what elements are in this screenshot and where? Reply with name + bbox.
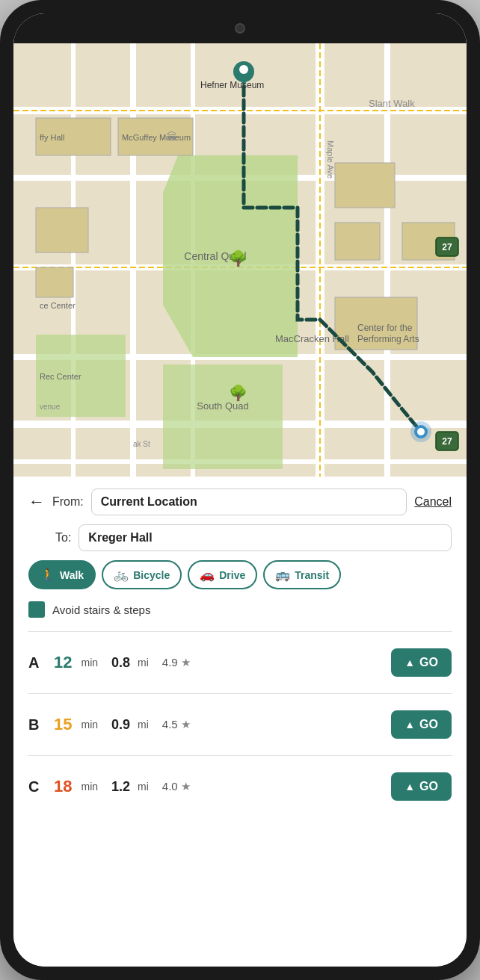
bicycle-label: Bicycle xyxy=(133,569,170,581)
route-b-go-button[interactable]: ▲ GO xyxy=(391,710,452,739)
transit-label: Transit xyxy=(295,569,329,581)
svg-rect-24 xyxy=(36,208,88,252)
svg-text:Rec Center: Rec Center xyxy=(40,372,81,381)
avoid-row: Avoid stairs & steps xyxy=(28,598,452,621)
svg-text:Maple Ave: Maple Ave xyxy=(326,140,335,179)
svg-rect-21 xyxy=(335,163,395,208)
svg-rect-22 xyxy=(335,223,380,260)
camera-notch xyxy=(235,23,245,34)
route-a-row: A 12 min 0.8 mi 4.9 ★ ▲ GO xyxy=(28,642,452,683)
to-input[interactable] xyxy=(79,524,452,551)
svg-text:ak St: ak St xyxy=(133,440,150,448)
route-a-time: 12 xyxy=(54,653,72,672)
mode-transit-button[interactable]: 🚌 Transit xyxy=(263,560,341,589)
avoid-label: Avoid stairs & steps xyxy=(52,604,150,616)
svg-text:South Quad: South Quad xyxy=(197,400,248,412)
drive-icon: 🚗 xyxy=(200,568,215,582)
svg-point-45 xyxy=(417,428,425,435)
route-c-go-button[interactable]: ▲ GO xyxy=(391,772,452,801)
walk-icon: 🚶 xyxy=(40,568,55,582)
from-label: From: xyxy=(52,495,84,509)
map-svg: Slant Walk Maple Ave Central Quad South … xyxy=(13,43,467,477)
svg-text:McGuffey Museum: McGuffey Museum xyxy=(122,133,191,142)
svg-text:Slant Walk: Slant Walk xyxy=(369,98,415,109)
checkmark-icon xyxy=(31,604,42,615)
mode-bicycle-button[interactable]: 🚲 Bicycle xyxy=(102,560,182,589)
svg-text:Center for the: Center for the xyxy=(357,323,413,333)
back-button[interactable]: ← xyxy=(28,492,45,512)
route-b-dist-unit: mi xyxy=(138,719,149,731)
route-c-time-unit: min xyxy=(81,781,98,793)
route-b-dist: 0.9 xyxy=(111,717,130,733)
route-c-time: 18 xyxy=(54,777,72,796)
status-bar xyxy=(13,13,467,43)
divider-2 xyxy=(28,693,452,694)
route-a-dist-unit: mi xyxy=(138,657,149,669)
svg-rect-16 xyxy=(163,365,283,469)
route-b-row: B 15 min 0.9 mi 4.5 ★ ▲ GO xyxy=(28,704,452,745)
svg-text:🌳: 🌳 xyxy=(229,384,247,402)
route-c-rating: 4.0 ★ xyxy=(162,780,191,793)
route-c-letter: C xyxy=(28,778,46,796)
route-a-time-unit: min xyxy=(81,657,98,669)
divider-1 xyxy=(28,631,452,632)
mode-walk-button[interactable]: 🚶 Walk xyxy=(28,560,96,589)
svg-text:27: 27 xyxy=(442,242,452,252)
map-area: Slant Walk Maple Ave Central Quad South … xyxy=(13,43,467,477)
svg-text:🌳: 🌳 xyxy=(229,249,247,267)
svg-text:ffy Hall: ffy Hall xyxy=(40,133,64,142)
route-b-time-unit: min xyxy=(81,719,98,731)
route-c-dist-unit: mi xyxy=(138,781,149,793)
walk-label: Walk xyxy=(60,569,84,581)
to-row: To: xyxy=(28,524,452,551)
route-a-dist: 0.8 xyxy=(111,655,130,671)
bicycle-icon: 🚲 xyxy=(114,568,129,582)
phone-inner: Slant Walk Maple Ave Central Quad South … xyxy=(13,13,467,967)
transit-icon: 🚌 xyxy=(275,568,290,582)
route-a-letter: A xyxy=(28,654,46,672)
go-c-arrow-icon: ▲ xyxy=(404,781,415,793)
svg-text:27: 27 xyxy=(442,436,452,447)
svg-point-42 xyxy=(239,65,248,74)
svg-text:Performing Arts: Performing Arts xyxy=(357,334,419,344)
svg-text:venue: venue xyxy=(40,403,61,411)
svg-text:Hefner Museum: Hefner Museum xyxy=(200,80,264,90)
route-a-go-button[interactable]: ▲ GO xyxy=(391,648,452,677)
svg-rect-53 xyxy=(31,604,42,615)
from-row: ← From: Cancel xyxy=(28,489,452,515)
route-b-letter: B xyxy=(28,716,46,734)
cancel-button[interactable]: Cancel xyxy=(414,495,452,509)
route-b-rating: 4.5 ★ xyxy=(162,718,191,731)
transport-modes: 🚶 Walk 🚲 Bicycle 🚗 Drive 🚌 Transit xyxy=(28,560,452,589)
drive-label: Drive xyxy=(219,569,245,581)
mode-drive-button[interactable]: 🚗 Drive xyxy=(188,560,257,589)
phone-frame: Slant Walk Maple Ave Central Quad South … xyxy=(0,0,480,980)
svg-text:🏛: 🏛 xyxy=(167,131,177,143)
go-arrow-icon: ▲ xyxy=(404,657,415,669)
to-label: To: xyxy=(55,531,71,545)
route-c-dist: 1.2 xyxy=(111,779,130,795)
go-b-arrow-icon: ▲ xyxy=(404,719,415,731)
svg-rect-25 xyxy=(36,267,73,297)
route-b-time: 15 xyxy=(54,715,72,734)
route-c-row: C 18 min 1.2 mi 4.0 ★ ▲ GO xyxy=(28,766,452,807)
avoid-checkbox[interactable] xyxy=(28,601,45,618)
route-a-rating: 4.9 ★ xyxy=(162,656,191,669)
bottom-panel: ← From: Cancel To: 🚶 Walk 🚲 Bicycle xyxy=(13,477,467,967)
divider-3 xyxy=(28,755,452,756)
svg-text:ce Center: ce Center xyxy=(40,301,76,310)
from-input[interactable] xyxy=(91,489,407,515)
